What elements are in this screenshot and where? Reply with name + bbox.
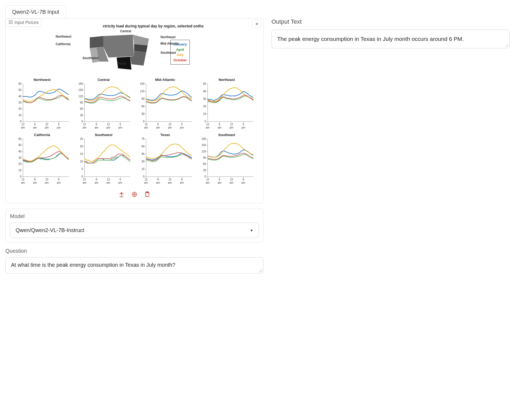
svg-text:180: 180 bbox=[202, 137, 206, 140]
svg-text:0: 0 bbox=[143, 175, 145, 178]
svg-text:30: 30 bbox=[141, 112, 145, 115]
svg-text:am: am bbox=[95, 126, 98, 129]
svg-text:50: 50 bbox=[18, 88, 22, 91]
chart-svg: 030609012015012am6am12pm6pm bbox=[136, 82, 195, 131]
camera-icon[interactable] bbox=[131, 191, 138, 198]
svg-text:30: 30 bbox=[18, 156, 22, 159]
svg-text:120: 120 bbox=[202, 150, 206, 153]
svg-text:pm: pm bbox=[45, 126, 49, 129]
svg-text:am: am bbox=[206, 126, 210, 129]
svg-text:am: am bbox=[33, 181, 37, 184]
svg-text:0: 0 bbox=[143, 120, 145, 123]
svg-text:pm: pm bbox=[230, 181, 233, 184]
svg-text:6: 6 bbox=[181, 178, 183, 181]
svg-text:40: 40 bbox=[203, 90, 206, 93]
svg-text:12: 12 bbox=[206, 178, 209, 181]
question-input[interactable]: At what time is the peak energy consumpt… bbox=[5, 257, 263, 273]
svg-text:6: 6 bbox=[157, 178, 159, 181]
model-dropdown[interactable]: Qwen/Qwen2-VL-7B-Instruct ▼ bbox=[10, 223, 259, 238]
svg-text:am: am bbox=[218, 181, 221, 184]
svg-text:25: 25 bbox=[80, 137, 83, 140]
svg-text:6: 6 bbox=[157, 123, 159, 126]
svg-text:60: 60 bbox=[18, 137, 22, 140]
chart-svg: 0102030405012am6am12pm6pm bbox=[197, 82, 256, 131]
svg-text:0: 0 bbox=[81, 175, 83, 178]
chart-svg: 051015202512am6am12pm6pm bbox=[74, 137, 133, 186]
svg-text:150: 150 bbox=[78, 88, 83, 91]
chart-title: California bbox=[13, 133, 71, 137]
model-panel: Model Qwen/Qwen2-VL-7B-Instruct ▼ bbox=[5, 209, 263, 243]
chart-central: Central030609012015018012am6am12pm6pm bbox=[74, 78, 133, 132]
svg-text:60: 60 bbox=[141, 145, 145, 148]
legend-october: October bbox=[173, 58, 187, 63]
svg-text:6: 6 bbox=[96, 178, 97, 181]
upload-icon[interactable] bbox=[118, 191, 125, 198]
svg-text:am: am bbox=[144, 181, 148, 184]
output-label: Output Text bbox=[271, 18, 510, 25]
svg-text:pm: pm bbox=[119, 181, 122, 184]
svg-text:12: 12 bbox=[206, 123, 209, 126]
svg-text:20: 20 bbox=[18, 162, 22, 165]
svg-text:15: 15 bbox=[80, 152, 83, 155]
svg-text:30: 30 bbox=[203, 169, 206, 172]
svg-text:am: am bbox=[83, 126, 87, 129]
output-value: The peak energy consumption in Texas in … bbox=[277, 36, 464, 42]
map-label-northwest: Northwest bbox=[56, 35, 71, 38]
svg-text:10: 10 bbox=[80, 160, 83, 163]
svg-text:pm: pm bbox=[57, 126, 61, 129]
output-text: The peak energy consumption in Texas in … bbox=[271, 30, 510, 48]
input-picture-badge: Input Picture bbox=[6, 19, 42, 27]
svg-text:30: 30 bbox=[18, 101, 22, 104]
svg-text:90: 90 bbox=[141, 97, 145, 100]
svg-text:45: 45 bbox=[141, 152, 145, 155]
svg-text:120: 120 bbox=[78, 95, 83, 98]
chart-svg: 010203040506012am6am12pm6pm bbox=[13, 82, 71, 131]
chart-northwest: Northwest010203040506012am6am12pm6pm bbox=[13, 78, 71, 132]
svg-text:5: 5 bbox=[81, 168, 83, 170]
svg-text:pm: pm bbox=[230, 126, 233, 129]
chart-svg: 030609012015018012am6am12pm6pm bbox=[74, 82, 133, 131]
svg-text:90: 90 bbox=[80, 101, 83, 104]
svg-text:0: 0 bbox=[20, 120, 22, 123]
svg-text:12: 12 bbox=[230, 178, 233, 181]
svg-text:pm: pm bbox=[168, 126, 172, 129]
chart-title: Northwest bbox=[13, 78, 71, 82]
svg-text:6: 6 bbox=[58, 178, 60, 181]
svg-text:pm: pm bbox=[168, 181, 172, 184]
svg-text:am: am bbox=[206, 181, 210, 184]
model-label: Model bbox=[10, 213, 259, 219]
svg-text:am: am bbox=[156, 126, 160, 129]
svg-text:50: 50 bbox=[18, 144, 22, 147]
resize-handle-icon[interactable] bbox=[505, 44, 508, 47]
clipboard-icon[interactable] bbox=[144, 191, 151, 198]
svg-text:12: 12 bbox=[22, 178, 25, 181]
svg-text:am: am bbox=[21, 126, 25, 129]
svg-text:12: 12 bbox=[83, 123, 86, 126]
svg-text:60: 60 bbox=[80, 107, 83, 110]
chart-title-fragment: ctricity load during typical day by regi… bbox=[10, 23, 259, 29]
chevron-down-icon: ▼ bbox=[250, 229, 253, 232]
svg-text:50: 50 bbox=[203, 82, 206, 85]
svg-text:0: 0 bbox=[205, 120, 206, 123]
chart-title: Central bbox=[74, 78, 133, 82]
svg-text:12: 12 bbox=[145, 178, 148, 181]
chart-title: Northeast bbox=[197, 78, 256, 82]
svg-text:6: 6 bbox=[181, 123, 183, 126]
svg-text:pm: pm bbox=[180, 126, 184, 129]
map-label-southwest: Southwest bbox=[83, 56, 99, 60]
map-label-california: California bbox=[56, 42, 70, 46]
svg-text:6: 6 bbox=[219, 123, 220, 126]
svg-text:am: am bbox=[21, 181, 25, 184]
svg-text:12: 12 bbox=[145, 123, 148, 126]
svg-text:12: 12 bbox=[45, 123, 49, 126]
svg-text:60: 60 bbox=[203, 162, 206, 165]
svg-text:150: 150 bbox=[202, 144, 206, 147]
map-label-central: Central bbox=[120, 29, 131, 33]
svg-text:6: 6 bbox=[243, 178, 244, 181]
svg-text:am: am bbox=[218, 126, 221, 129]
tab-input[interactable]: Qwen2-VL-7B Input bbox=[5, 5, 66, 18]
resize-handle-icon[interactable] bbox=[259, 269, 262, 272]
svg-text:pm: pm bbox=[57, 181, 61, 184]
svg-text:6: 6 bbox=[34, 178, 36, 181]
svg-text:60: 60 bbox=[141, 105, 145, 108]
